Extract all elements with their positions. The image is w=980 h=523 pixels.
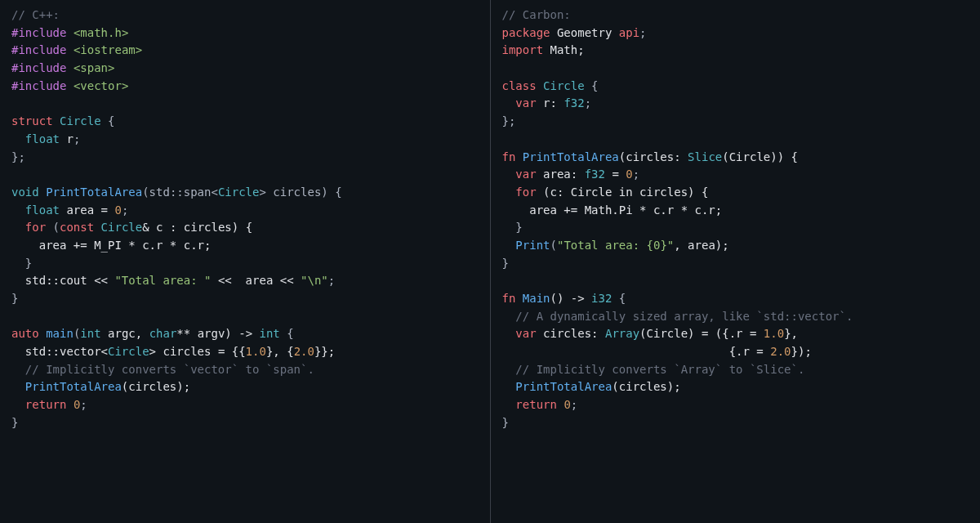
var: circles:: [537, 327, 605, 340]
function-call: PrintTotalArea: [11, 380, 122, 393]
include-header: <iostream>: [74, 43, 142, 56]
var-keyword: var: [515, 168, 536, 181]
for-keyword: for: [515, 186, 536, 199]
number: 1.0: [246, 345, 266, 358]
code: },: [784, 327, 798, 340]
paren: (: [550, 239, 557, 252]
function-name: PrintTotalArea: [46, 186, 142, 199]
sig: () ->: [550, 292, 592, 305]
function-name: Main: [515, 292, 550, 305]
code: }, {: [266, 345, 294, 358]
include-header: <span>: [74, 61, 115, 74]
include-directive: #include: [11, 43, 66, 56]
return-type: void: [11, 186, 39, 199]
brace: {: [612, 292, 626, 305]
type: Array: [605, 327, 639, 340]
type: Slice: [688, 150, 722, 163]
brace: }: [11, 416, 18, 429]
semicolon: ;: [571, 398, 577, 411]
brace: }: [11, 292, 18, 305]
comment: // Implicitly converts `vector` to `span…: [11, 363, 314, 376]
type: f32: [585, 168, 605, 181]
semicolon: ;: [328, 274, 335, 287]
include-header: <vector>: [74, 79, 128, 92]
code: << area <<: [211, 274, 301, 287]
code-line: area += Math.Pi * c.r * c.r;: [502, 203, 723, 217]
function-name: main: [39, 327, 74, 340]
struct-name: Circle: [60, 114, 101, 127]
args: , area);: [674, 239, 728, 252]
param: argc,: [101, 327, 149, 340]
comment: // Implicitly converts `Array` to `Slice…: [502, 363, 805, 376]
cpp-comment: // C++:: [11, 8, 60, 21]
function-call: PrintTotalArea: [502, 380, 612, 393]
brace: {: [585, 79, 599, 92]
include-header: <math.h>: [74, 26, 128, 39]
fn-keyword: fn: [502, 150, 516, 163]
brace: {: [280, 327, 294, 340]
semicolon: ;: [74, 132, 80, 145]
type: char: [149, 327, 177, 340]
code-line: area += M_PI * c.r * c.r;: [11, 239, 211, 252]
type: Circle: [108, 345, 149, 358]
api-keyword: api: [619, 26, 639, 39]
type: f32: [564, 96, 584, 110]
import-keyword: import: [502, 43, 544, 56]
return-keyword: return: [515, 398, 557, 411]
paren: (: [46, 221, 60, 234]
for-keyword: for: [25, 221, 46, 234]
code: std::vector<: [11, 345, 108, 358]
number: 2.0: [770, 345, 791, 358]
fn-keyword: fn: [502, 292, 516, 305]
comment: // A dynamically sized array, like `std:…: [502, 310, 853, 323]
carbon-comment: // Carbon:: [502, 8, 571, 21]
type: i32: [591, 292, 612, 305]
semicolon: ;: [122, 203, 128, 217]
include-directive: #include: [11, 26, 66, 39]
args: (circles);: [122, 380, 190, 393]
var-keyword: var: [515, 96, 536, 110]
brace: }: [502, 416, 509, 429]
code: {.r =: [502, 345, 771, 358]
brace: }: [11, 257, 32, 270]
amp: &: [142, 221, 149, 234]
package-name: Geometry: [550, 26, 619, 39]
semicolon: ;: [80, 398, 87, 411]
package-keyword: package: [502, 26, 550, 39]
sig: (circles:: [619, 150, 688, 163]
carbon-code-pane: // Carbon: package Geometry api; import …: [491, 0, 981, 523]
auto-keyword: auto: [11, 327, 39, 340]
paren: > circles) {: [259, 186, 341, 199]
sig: (Circle)) {: [722, 150, 798, 163]
number: 0: [626, 168, 632, 181]
brace: {: [101, 114, 115, 127]
semicolon: ;: [585, 96, 591, 110]
param: ** argv) ->: [176, 327, 259, 340]
const-keyword: const: [60, 221, 94, 234]
class-keyword: class: [502, 79, 537, 92]
type: Circle: [94, 221, 142, 234]
cpp-code-pane: // C++: #include <math.h> #include <iost…: [0, 0, 490, 523]
semicolon: ;: [639, 26, 646, 39]
include-directive: #include: [11, 79, 66, 92]
code: std::cout <<: [11, 274, 114, 287]
type: Circle: [218, 186, 260, 199]
code-comparison: // C++: #include <math.h> #include <iost…: [0, 0, 980, 523]
number: 2.0: [294, 345, 314, 358]
code: c : circles) {: [149, 221, 252, 234]
type: float: [25, 203, 60, 217]
function-name: PrintTotalArea: [515, 150, 618, 163]
string: "Total area: ": [114, 274, 211, 287]
brace: };: [502, 114, 516, 127]
code: });: [791, 345, 812, 358]
code: > circles = {{: [149, 345, 246, 358]
semicolon: ;: [633, 168, 639, 181]
type: int: [260, 327, 280, 340]
number: 1.0: [764, 327, 784, 340]
var: area:: [537, 168, 585, 181]
string: "\n": [301, 274, 328, 287]
string: "Total area: {0}": [557, 239, 674, 252]
code: (Circle) = ({.r =: [639, 327, 764, 340]
field-type: float: [25, 132, 60, 145]
number: 0: [564, 398, 570, 411]
